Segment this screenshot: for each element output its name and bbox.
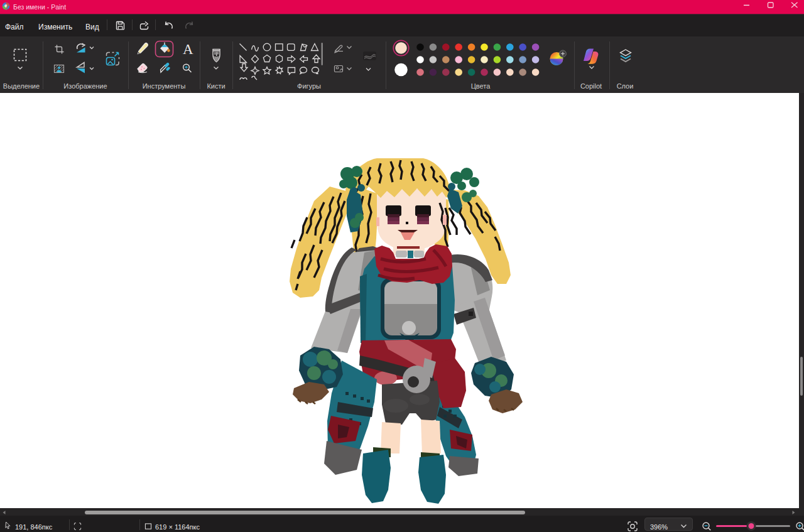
svg-text:A: A (183, 41, 193, 57)
